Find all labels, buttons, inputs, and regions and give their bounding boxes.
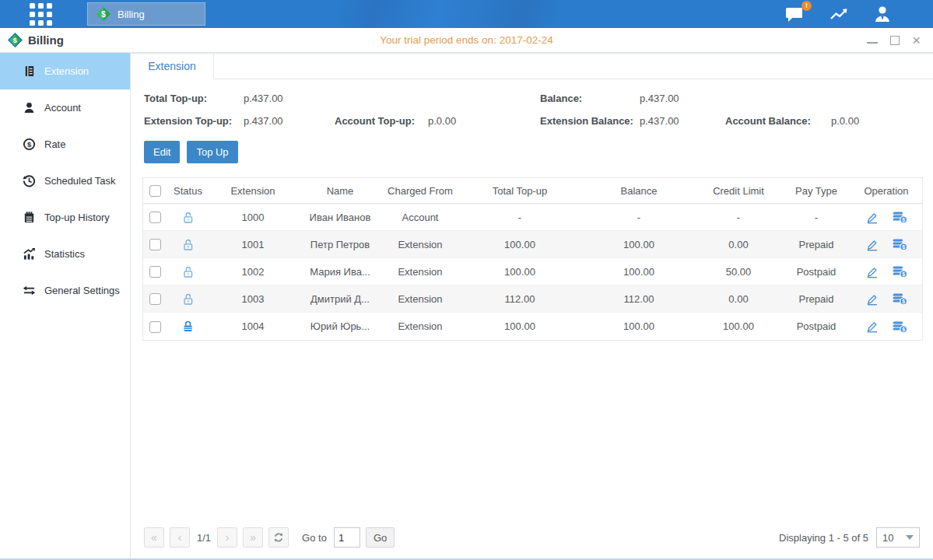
last-page-button[interactable]: »: [243, 527, 263, 548]
col-extension: Extension: [209, 185, 296, 197]
svg-text:$: $: [902, 244, 905, 250]
window-title: Billing: [28, 33, 64, 47]
cell-extension: 1001: [209, 239, 296, 250]
tab-strip: Extension: [131, 53, 933, 79]
app-launcher-button[interactable]: [30, 3, 52, 26]
table-row: 1002 Мария Ива... Extension 100.00 100.0…: [143, 258, 922, 285]
col-charged-from: Charged From: [384, 185, 457, 197]
row-checkbox[interactable]: [149, 266, 161, 278]
row-checkbox[interactable]: [149, 212, 161, 223]
svg-text:$: $: [101, 10, 106, 19]
minimize-button[interactable]: [867, 37, 878, 44]
cell-pay-type: Postpaid: [782, 266, 851, 278]
topup-row-icon[interactable]: $: [892, 210, 908, 224]
lock-open-icon[interactable]: [181, 238, 195, 251]
grid-launcher-icon: [30, 3, 52, 26]
table-row: 1001 Петр Петров Extension 100.00 100.00…: [143, 231, 922, 258]
cell-credit-limit: 100.00: [695, 320, 782, 332]
refresh-icon: [273, 532, 284, 543]
cell-pay-type: Prepaid: [782, 239, 851, 250]
edit-row-icon[interactable]: [865, 292, 879, 306]
table-row: 1000 Иван Иванов Account - - - - $: [143, 204, 922, 231]
go-button[interactable]: Go: [366, 527, 395, 548]
cell-total-topup: 112.00: [457, 293, 583, 305]
extension-topup-label: Extension Top-up:: [144, 115, 244, 127]
sidebar-item-topup-history[interactable]: Top-up History: [0, 199, 130, 236]
tab-extension[interactable]: Extension: [131, 54, 214, 79]
next-page-button[interactable]: ›: [217, 527, 237, 548]
svg-text:$: $: [26, 140, 31, 149]
content-panel: Extension Total Top-up: p.437.00 Extensi…: [131, 53, 933, 558]
topup-row-icon[interactable]: $: [892, 237, 908, 251]
edit-row-icon[interactable]: [865, 265, 879, 278]
ledger-icon: [22, 65, 36, 78]
page-indicator: 1/1: [197, 532, 211, 544]
cell-credit-limit: 50.00: [695, 266, 782, 278]
extension-balance-value: p.437.00: [640, 115, 725, 127]
maximize-button[interactable]: [890, 36, 900, 45]
cell-pay-type: -: [782, 212, 851, 223]
cell-extension: 1003: [209, 293, 296, 305]
prev-page-button[interactable]: ‹: [170, 527, 190, 548]
cell-credit-limit: 0.00: [695, 293, 782, 305]
cell-credit-limit: 0.00: [695, 239, 782, 250]
row-checkbox[interactable]: [149, 293, 161, 305]
sidebar-item-label: General Settings: [44, 285, 120, 296]
cell-charged-from: Extension: [384, 239, 457, 250]
extension-topup-value: p.437.00: [244, 115, 335, 127]
cell-balance: 112.00: [583, 293, 695, 305]
person-icon: [22, 101, 36, 114]
select-all-checkbox[interactable]: [149, 185, 161, 197]
cell-pay-type: Postpaid: [782, 320, 851, 332]
sidebar-item-rate[interactable]: $ Rate: [0, 126, 130, 163]
cell-total-topup: 100.00: [457, 239, 583, 250]
page-size-select[interactable]: 10: [876, 527, 920, 548]
sidebar-item-scheduled-task[interactable]: Scheduled Task: [0, 163, 130, 199]
topup-row-icon[interactable]: $: [892, 264, 908, 278]
lock-open-icon[interactable]: [181, 292, 195, 306]
edit-button[interactable]: Edit: [144, 141, 180, 163]
sidebar-item-extension[interactable]: Extension: [0, 53, 130, 89]
taskbar-billing-tab[interactable]: $ Billing: [87, 2, 205, 26]
cell-total-topup: 100.00: [457, 320, 583, 332]
account-topup-label: Account Top-up:: [335, 115, 428, 127]
chevron-down-icon: [906, 535, 914, 540]
topup-row-icon[interactable]: $: [892, 292, 908, 306]
row-checkbox[interactable]: [149, 321, 161, 333]
user-menu-button[interactable]: [872, 5, 893, 23]
extensions-table: Status Extension Name Charged From Total…: [142, 177, 923, 341]
goto-page-input[interactable]: [334, 527, 360, 548]
sidebar: Extension Account $ Rate Scheduled Task: [0, 53, 131, 558]
row-checkbox[interactable]: [149, 239, 161, 250]
col-credit-limit: Credit Limit: [695, 185, 782, 197]
close-button[interactable]: ×: [912, 35, 921, 46]
billing-diamond-icon: $: [96, 6, 111, 22]
edit-row-icon[interactable]: [865, 211, 879, 224]
topup-row-icon[interactable]: $: [892, 320, 908, 334]
svg-text:$: $: [902, 271, 905, 278]
notepad-icon: [22, 211, 36, 224]
first-page-button[interactable]: «: [144, 527, 164, 548]
summary-panel: Total Top-up: p.437.00 Extension Top-up:…: [131, 79, 933, 127]
page-size-value: 10: [882, 532, 893, 544]
svg-text:$: $: [902, 327, 905, 333]
extension-balance-label: Extension Balance:: [540, 115, 640, 127]
cell-extension: 1000: [209, 212, 296, 223]
sidebar-item-account[interactable]: Account: [0, 89, 130, 126]
table-row: 1004 Юрий Юрь... Extension 100.00 100.00…: [143, 313, 922, 340]
sliders-icon: [22, 284, 36, 297]
sidebar-item-statistics[interactable]: Statistics: [0, 236, 130, 272]
lock-open-icon[interactable]: [181, 211, 195, 224]
notifications-button[interactable]: !: [785, 5, 805, 23]
cell-credit-limit: -: [695, 212, 782, 223]
cell-extension: 1002: [209, 266, 296, 278]
topup-button[interactable]: Top Up: [187, 141, 237, 163]
edit-row-icon[interactable]: [865, 238, 879, 251]
lock-closed-icon[interactable]: [181, 320, 195, 333]
resource-monitor-button[interactable]: [829, 6, 849, 22]
refresh-button[interactable]: [268, 527, 289, 548]
lock-open-icon[interactable]: [181, 265, 195, 278]
sidebar-item-general-settings[interactable]: General Settings: [0, 272, 130, 309]
edit-row-icon[interactable]: [865, 320, 879, 333]
svg-text:$: $: [13, 36, 18, 44]
